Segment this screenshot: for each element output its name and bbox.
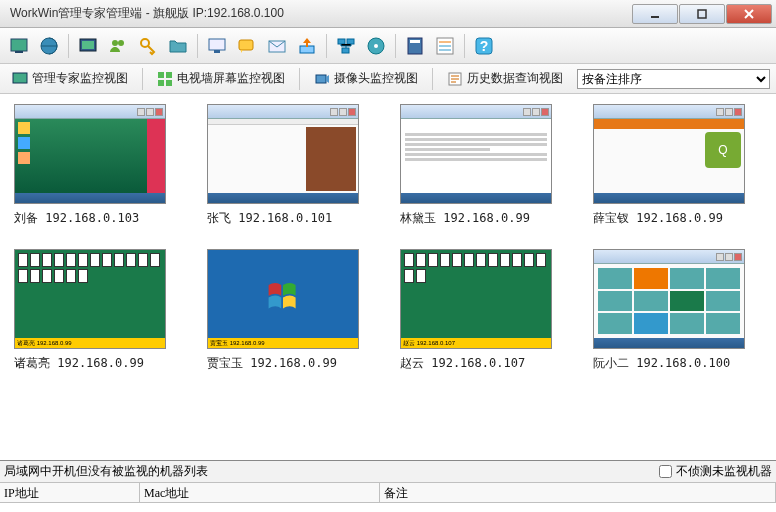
svg-text:?: ?	[480, 38, 489, 54]
svg-rect-19	[342, 48, 349, 53]
client-thumbnail[interactable]: 林黛玉 192.168.0.99	[400, 104, 569, 227]
window-title: WorkWin管理专家管理端 - 旗舰版 IP:192.168.0.100	[4, 5, 632, 22]
upload-icon[interactable]	[294, 33, 320, 59]
screenshot-preview[interactable]	[14, 104, 166, 204]
screenshot-preview[interactable]	[593, 249, 745, 349]
window-buttons	[632, 4, 772, 24]
svg-rect-23	[410, 40, 420, 43]
tab-camera-monitor[interactable]: 摄像头监控视图	[308, 67, 424, 90]
client-caption: 阮小二 192.168.0.100	[593, 355, 730, 372]
list-icon[interactable]	[432, 33, 458, 59]
svg-rect-17	[338, 39, 345, 44]
svg-rect-16	[300, 46, 314, 53]
client-caption: 诸葛亮 192.168.0.99	[14, 355, 144, 372]
client-caption: 薛宝钗 192.168.0.99	[593, 210, 723, 227]
svg-rect-14	[239, 40, 253, 50]
mail-icon[interactable]	[264, 33, 290, 59]
svg-rect-8	[82, 41, 94, 49]
screenshot-preview[interactable]: 诸葛亮 192.168.0.99	[14, 249, 166, 349]
users-icon[interactable]	[105, 33, 131, 59]
chat-icon[interactable]	[234, 33, 260, 59]
main-toolbar: ?	[0, 28, 776, 64]
svg-rect-13	[214, 50, 220, 53]
screenshot-preview[interactable]: 赵云 192.168.0.107	[400, 249, 552, 349]
client-caption: 林黛玉 192.168.0.99	[400, 210, 530, 227]
svg-point-9	[112, 40, 118, 46]
titlebar: WorkWin管理专家管理端 - 旗舰版 IP:192.168.0.100	[0, 0, 776, 28]
view-tabs: 管理专家监控视图 电视墙屏幕监控视图 摄像头监控视图 历史数据查询视图 按备注排…	[0, 64, 776, 94]
svg-rect-34	[166, 80, 172, 86]
svg-rect-12	[209, 39, 225, 50]
display-icon[interactable]	[204, 33, 230, 59]
no-detect-checkbox[interactable]: 不侦测未监视机器	[659, 463, 772, 480]
client-thumbnail[interactable]: 阮小二 192.168.0.100	[593, 249, 762, 372]
col-mac[interactable]: Mac地址	[140, 483, 380, 502]
client-thumbnail[interactable]: Q薛宝钗 192.168.0.99	[593, 104, 762, 227]
svg-rect-32	[166, 72, 172, 78]
svg-point-10	[118, 40, 124, 46]
bottom-columns: IP地址 Mac地址 备注	[0, 483, 776, 503]
client-thumbnail[interactable]: 张飞 192.168.0.101	[207, 104, 376, 227]
screenshot-preview[interactable]	[207, 104, 359, 204]
maximize-button[interactable]	[679, 4, 725, 24]
disc-icon[interactable]	[363, 33, 389, 59]
key-icon[interactable]	[135, 33, 161, 59]
screen-icon[interactable]	[75, 33, 101, 59]
network-icon[interactable]	[333, 33, 359, 59]
svg-rect-35	[316, 75, 326, 83]
book-icon[interactable]	[402, 33, 428, 59]
screenshot-preview[interactable]	[400, 104, 552, 204]
client-caption: 贾宝玉 192.168.0.99	[207, 355, 337, 372]
svg-point-11	[141, 39, 149, 47]
svg-rect-33	[158, 80, 164, 86]
client-thumbnail[interactable]: 赵云 192.168.0.107赵云 192.168.0.107	[400, 249, 569, 372]
client-caption: 张飞 192.168.0.101	[207, 210, 332, 227]
svg-rect-30	[13, 73, 27, 83]
client-caption: 赵云 192.168.0.107	[400, 355, 525, 372]
screenshot-preview[interactable]: Q	[593, 104, 745, 204]
unmonitored-header: 局域网中开机但没有被监视的机器列表	[4, 463, 659, 480]
thumbnail-grid-area: 刘备 192.168.0.103张飞 192.168.0.101林黛玉 192.…	[0, 94, 776, 460]
close-button[interactable]	[726, 4, 772, 24]
svg-point-21	[374, 44, 378, 48]
sort-select[interactable]: 按备注排序	[577, 69, 770, 89]
tab-history-query[interactable]: 历史数据查询视图	[441, 67, 569, 90]
svg-rect-1	[698, 10, 706, 18]
client-thumbnail[interactable]: 贾宝玉 192.168.0.99贾宝玉 192.168.0.99	[207, 249, 376, 372]
monitor-icon[interactable]	[6, 33, 32, 59]
svg-rect-31	[158, 72, 164, 78]
tab-tvwall-monitor[interactable]: 电视墙屏幕监控视图	[151, 67, 291, 90]
svg-rect-18	[347, 39, 354, 44]
client-thumbnail[interactable]: 刘备 192.168.0.103	[14, 104, 183, 227]
help-icon[interactable]: ?	[471, 33, 497, 59]
col-remark[interactable]: 备注	[380, 483, 776, 502]
client-thumbnail[interactable]: 诸葛亮 192.168.0.99诸葛亮 192.168.0.99	[14, 249, 183, 372]
svg-rect-4	[11, 39, 27, 51]
col-ip[interactable]: IP地址	[0, 483, 140, 502]
bottom-panel: 局域网中开机但没有被监视的机器列表 不侦测未监视机器 IP地址 Mac地址 备注	[0, 460, 776, 503]
tab-expert-monitor[interactable]: 管理专家监控视图	[6, 67, 134, 90]
folder-icon[interactable]	[165, 33, 191, 59]
screenshot-preview[interactable]: 贾宝玉 192.168.0.99	[207, 249, 359, 349]
svg-rect-5	[15, 51, 23, 53]
globe-icon[interactable]	[36, 33, 62, 59]
client-caption: 刘备 192.168.0.103	[14, 210, 139, 227]
minimize-button[interactable]	[632, 4, 678, 24]
